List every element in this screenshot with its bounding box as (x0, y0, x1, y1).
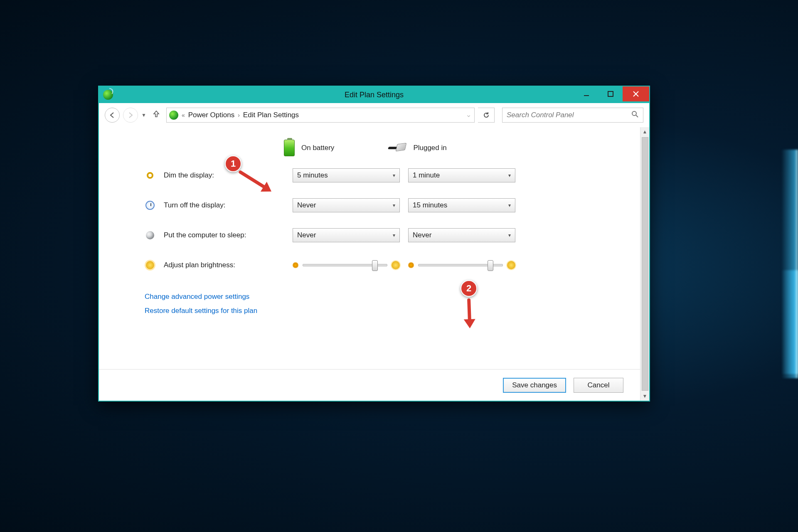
plug-icon (388, 143, 406, 153)
chevron-down-icon: ▾ (393, 232, 395, 238)
sleep-label: Put the computer to sleep: (164, 231, 284, 239)
maximize-button[interactable] (598, 86, 623, 101)
svg-point-4 (632, 111, 636, 116)
chevron-down-icon: ▾ (393, 172, 395, 178)
plugged-in-header: Plugged in (388, 143, 446, 153)
chevron-down-icon: ▾ (508, 172, 511, 178)
brightness-battery-track[interactable] (303, 264, 387, 266)
brightness-high-icon (507, 261, 515, 269)
cancel-label: Cancel (588, 381, 610, 389)
clock-monitor-icon (145, 200, 155, 211)
turn-off-display-row: Turn off the display: Never ▾ 15 minutes… (145, 190, 623, 220)
brightness-low-icon (293, 262, 298, 268)
sleep-row: Put the computer to sleep: Never ▾ Never… (145, 220, 623, 250)
moon-icon (145, 230, 155, 241)
breadcrumb-power-options[interactable]: Power Options (188, 111, 235, 119)
turnoff-battery-value: Never (297, 201, 316, 209)
scrollbar[interactable]: ▲ ▼ (640, 127, 649, 401)
titlebar[interactable]: Edit Plan Settings (99, 86, 649, 103)
chevron-down-icon: ▾ (393, 202, 395, 208)
desktop-light-decoration (781, 270, 798, 378)
plugged-in-label: Plugged in (413, 144, 446, 152)
address-bar[interactable]: « Power Options › Edit Plan Settings ⌵ (166, 108, 475, 123)
svg-rect-1 (608, 91, 613, 96)
dim-display-row: Dim the display: 5 minutes ▾ 1 minute ▾ (145, 160, 623, 190)
brightness-high-icon (392, 261, 400, 269)
brightness-label: Adjust plan brightness: (164, 261, 284, 269)
dim-ring-icon (145, 170, 155, 181)
search-box[interactable] (502, 108, 643, 123)
battery-icon (284, 140, 295, 156)
svg-line-5 (636, 115, 638, 117)
window-controls (574, 86, 649, 103)
dim-plugged-value: 1 minute (413, 171, 440, 180)
search-icon (631, 111, 639, 120)
breadcrumb-edit-plan[interactable]: Edit Plan Settings (243, 111, 299, 119)
cancel-button[interactable]: Cancel (574, 378, 623, 393)
sleep-battery-value: Never (297, 231, 316, 239)
column-headers: On battery Plugged in (145, 135, 623, 160)
sun-icon (145, 260, 155, 271)
annotation-badge-1: 1 (225, 155, 241, 172)
minimize-button[interactable] (574, 86, 598, 101)
forward-button[interactable] (123, 108, 138, 123)
titlebar-title: Edit Plan Settings (99, 91, 649, 99)
scroll-thumb[interactable] (642, 137, 648, 391)
sleep-plugged-select[interactable]: Never ▾ (408, 228, 515, 242)
content-area: On battery Plugged in Dim the display: 5… (99, 127, 649, 401)
close-button[interactable] (623, 86, 649, 101)
turn-off-display-label: Turn off the display: (164, 201, 284, 209)
chevron-left-double-icon: « (182, 112, 185, 118)
dim-plugged-select[interactable]: 1 minute ▾ (408, 168, 515, 182)
on-battery-header: On battery (284, 140, 334, 156)
brightness-battery-thumb[interactable] (372, 260, 378, 271)
annotation-badge-2: 2 (461, 280, 477, 297)
up-button[interactable] (150, 110, 163, 121)
dim-display-label: Dim the display: (164, 171, 284, 180)
brightness-plugged-slider[interactable] (408, 261, 515, 269)
footer-bar: Save changes Cancel (99, 369, 640, 401)
turnoff-plugged-select[interactable]: 15 minutes ▾ (408, 198, 515, 212)
edit-plan-settings-window: Edit Plan Settings ▼ « Power Opt (98, 86, 650, 401)
history-dropdown-icon[interactable]: ▼ (141, 112, 146, 118)
save-changes-button[interactable]: Save changes (503, 378, 566, 393)
brightness-battery-slider[interactable] (293, 261, 400, 269)
turnoff-plugged-value: 15 minutes (413, 201, 447, 209)
chevron-down-icon: ▾ (508, 232, 511, 238)
brightness-row: Adjust plan brightness: (145, 250, 623, 280)
back-button[interactable] (105, 108, 120, 123)
search-input[interactable] (507, 111, 631, 119)
dim-battery-value: 5 minutes (297, 171, 328, 180)
on-battery-label: On battery (301, 144, 334, 152)
restore-defaults-link[interactable]: Restore default settings for this plan (145, 307, 623, 315)
sleep-plugged-value: Never (413, 231, 431, 239)
scroll-up-icon[interactable]: ▲ (640, 127, 649, 136)
brightness-low-icon (408, 262, 414, 268)
save-changes-label: Save changes (512, 381, 557, 389)
dim-battery-select[interactable]: 5 minutes ▾ (293, 168, 400, 182)
advanced-settings-link[interactable]: Change advanced power settings (145, 293, 623, 301)
address-dropdown-icon[interactable]: ⌵ (467, 112, 472, 118)
scroll-down-icon[interactable]: ▼ (640, 392, 649, 401)
sleep-battery-select[interactable]: Never ▾ (293, 228, 400, 242)
chevron-down-icon: ▾ (508, 202, 511, 208)
brightness-plugged-track[interactable] (418, 264, 503, 266)
links-section: Change advanced power settings Restore d… (145, 293, 623, 315)
turnoff-battery-select[interactable]: Never ▾ (293, 198, 400, 212)
power-plan-icon (169, 111, 178, 120)
refresh-button[interactable] (478, 108, 495, 123)
settings-panel: On battery Plugged in Dim the display: 5… (99, 127, 640, 401)
brightness-plugged-thumb[interactable] (488, 260, 493, 271)
chevron-right-icon: › (238, 112, 240, 118)
navigation-bar: ▼ « Power Options › Edit Plan Settings ⌵ (99, 103, 649, 127)
